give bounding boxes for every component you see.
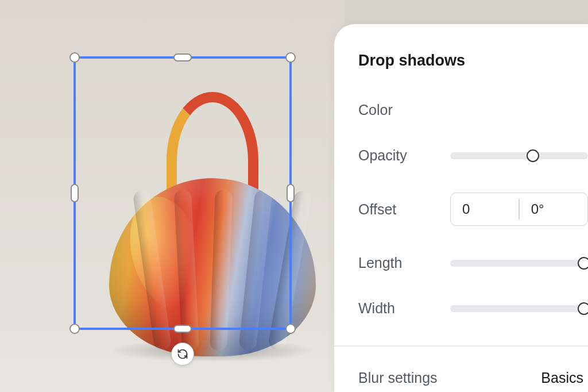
rotate-icon: [177, 348, 188, 360]
properties-panel: Drop shadows Color Opacity Offset 0 0° L…: [334, 24, 588, 392]
offset-row: Offset 0 0°: [358, 193, 588, 226]
width-label: Width: [358, 300, 450, 317]
section-divider: [334, 345, 588, 347]
resize-handle-top-right[interactable]: [285, 52, 296, 63]
resize-handle-top[interactable]: [173, 53, 192, 62]
length-row: Length: [358, 255, 588, 271]
width-row: Width: [358, 300, 588, 317]
length-slider-thumb[interactable]: [578, 257, 588, 270]
selection-bounding-box[interactable]: [74, 56, 292, 330]
rotate-button[interactable]: [171, 343, 194, 366]
color-label: Color: [358, 102, 450, 118]
canvas-area[interactable]: [0, 0, 345, 392]
opacity-slider[interactable]: [450, 152, 588, 159]
resize-handle-bottom-right[interactable]: [285, 324, 296, 334]
resize-handle-bottom[interactable]: [173, 325, 192, 333]
length-slider[interactable]: [450, 260, 588, 267]
offset-label: Offset: [358, 201, 450, 218]
resize-handle-bottom-left[interactable]: [69, 324, 80, 334]
width-slider[interactable]: [450, 305, 588, 312]
blur-settings-row[interactable]: Blur settings Basics: [358, 370, 588, 386]
length-label: Length: [358, 255, 450, 271]
width-slider-thumb[interactable]: [578, 302, 588, 315]
offset-input-group: 0 0°: [450, 193, 588, 226]
offset-angle-input[interactable]: 0°: [520, 193, 587, 225]
opacity-row: Opacity: [358, 147, 588, 164]
opacity-slider-thumb[interactable]: [527, 149, 539, 162]
opacity-label: Opacity: [358, 147, 450, 164]
panel-title: Drop shadows: [358, 52, 588, 70]
blur-mode-toggle[interactable]: Basics: [541, 370, 583, 386]
offset-distance-input[interactable]: 0: [451, 193, 519, 225]
resize-handle-right[interactable]: [287, 184, 295, 202]
resize-handle-top-left[interactable]: [69, 52, 80, 63]
blur-settings-label: Blur settings: [358, 370, 438, 386]
color-row: Color: [358, 102, 588, 118]
resize-handle-left[interactable]: [71, 184, 79, 202]
